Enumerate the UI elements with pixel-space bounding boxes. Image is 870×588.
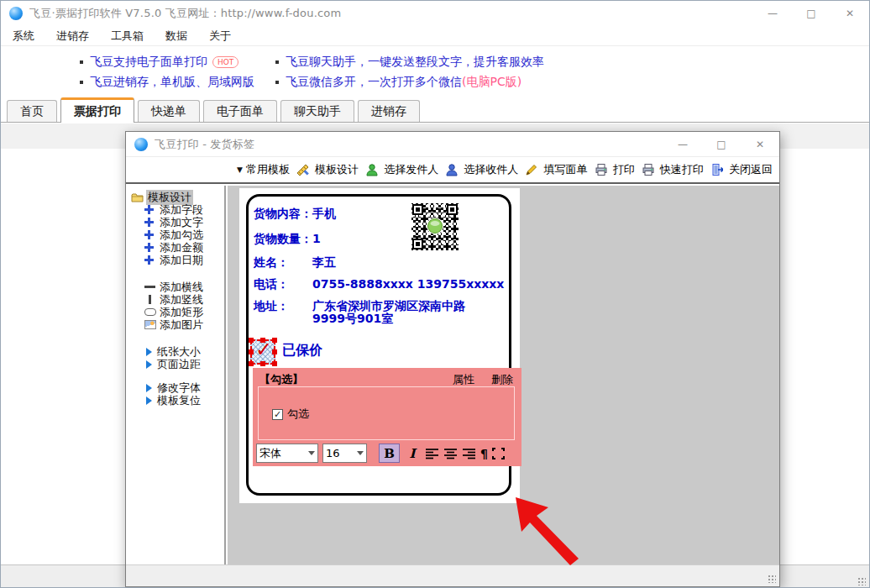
selection-handle[interactable]	[272, 338, 277, 343]
common-templates-button[interactable]: ▼ 常用模板	[237, 162, 290, 177]
align-right-button[interactable]	[462, 444, 476, 463]
minimize-button[interactable]: —	[753, 1, 792, 26]
field-phone[interactable]: 电话： 0755-8888xxxx 139755xxxxx	[254, 277, 504, 292]
field-goods-qty[interactable]: 货物数量： 1	[254, 232, 321, 247]
promo-link[interactable]: 飞豆进销存，单机版、局域网版	[80, 75, 254, 90]
menu-inventory[interactable]: 进销存	[56, 29, 89, 44]
sidebar-item-template-reset[interactable]: 模板复位	[131, 394, 224, 407]
field-name[interactable]: 姓名： 李五	[254, 255, 336, 270]
bullet-icon	[80, 60, 83, 64]
tab-inventory[interactable]: 进销存	[358, 100, 420, 122]
tab-home[interactable]: 首页	[7, 100, 57, 122]
dropdown-arrow-icon: ▼	[237, 165, 243, 174]
plus-icon	[144, 230, 154, 239]
fill-sheet-button[interactable]: 填写面单	[525, 162, 587, 177]
promo-link[interactable]: 飞豆支持电子面单打印 HOT	[80, 55, 238, 70]
printer-icon	[642, 163, 654, 176]
red-check-icon: ✓	[255, 338, 272, 361]
insured-label: 已保价	[282, 342, 322, 360]
dialog-close-button[interactable]: ✕	[741, 132, 779, 157]
tab-e-facesheet[interactable]: 电子面单	[203, 100, 277, 122]
tab-express-sheet[interactable]: 快递单	[138, 100, 200, 122]
maximize-button[interactable]: □	[792, 1, 831, 26]
triangle-icon	[146, 396, 152, 405]
shipping-label-dialog: 飞豆打印 - 发货标签 — □ ✕ ▼ 常用模板 模板设计	[125, 131, 780, 587]
sidebar-item-add-date[interactable]: 添加日期	[131, 254, 224, 266]
bullet-icon	[80, 81, 83, 84]
plus-icon	[144, 218, 154, 227]
image-icon	[144, 320, 156, 329]
selection-handle[interactable]	[249, 349, 254, 354]
font-family-select[interactable]: 宋体	[256, 444, 318, 463]
align-left-button[interactable]	[425, 444, 439, 463]
window-titlebar: 飞豆·票据打印软件 V7.5.0 飞豆网址：http://www.f-dou.c…	[1, 1, 869, 26]
bullet-icon	[275, 60, 279, 64]
plus-icon	[144, 255, 154, 265]
sidebar-item-add-image[interactable]: 添加图片	[131, 318, 224, 331]
main-window: 飞豆·票据打印软件 V7.5.0 飞豆网址：http://www.f-dou.c…	[0, 0, 870, 588]
plus-icon	[144, 205, 154, 214]
quick-print-button[interactable]: 快速打印	[642, 162, 704, 177]
resize-grip[interactable]	[857, 577, 866, 585]
promo-link[interactable]: 飞豆微信多开，一次打开多个微信 (电脑PC版)	[275, 75, 521, 90]
align-center-button[interactable]	[443, 444, 458, 463]
menu-data[interactable]: 数据	[165, 29, 187, 44]
red-arrow-annotation	[505, 488, 589, 572]
checkbox-icon[interactable]: ✓	[272, 409, 283, 420]
chevron-down-icon	[308, 451, 315, 455]
window-title: 飞豆·票据打印软件 V7.5.0 飞豆网址：http://www.f-dou.c…	[29, 6, 341, 21]
dialog-status-bar	[126, 564, 779, 586]
dialog-minimize-button[interactable]: —	[663, 132, 702, 157]
selection-handle[interactable]	[272, 361, 277, 366]
triangle-icon	[146, 360, 152, 369]
selection-handle[interactable]	[249, 361, 254, 366]
italic-button[interactable]: I	[404, 444, 421, 463]
template-design-button[interactable]: 模板设计	[296, 162, 359, 177]
chevron-down-icon	[357, 451, 364, 455]
field-goods-content[interactable]: 货物内容： 手机	[254, 207, 336, 222]
insured-checkbox[interactable]: ✓	[250, 339, 275, 365]
person-green-icon	[365, 163, 378, 176]
pencil-icon	[525, 163, 537, 176]
hot-badge: HOT	[212, 56, 238, 68]
selection-handle[interactable]	[272, 349, 277, 354]
print-button[interactable]: 打印	[595, 162, 635, 177]
select-sender-button[interactable]: 选择发件人	[365, 162, 438, 177]
menu-toolbox[interactable]: 工具箱	[111, 29, 144, 44]
tab-chat-assistant[interactable]: 聊天助手	[280, 100, 354, 122]
dialog-resize-grip[interactable]	[768, 575, 776, 583]
menu-about[interactable]: 关于	[209, 29, 231, 44]
bold-button[interactable]: B	[379, 444, 400, 463]
selection-frame-button[interactable]	[492, 444, 505, 463]
checkbox-preview[interactable]: ✓ 勾选	[272, 407, 309, 422]
close-return-button[interactable]: 关闭返回	[710, 162, 773, 177]
popup-preview-area: ✓ 勾选	[258, 386, 515, 440]
selection-handle[interactable]	[249, 338, 254, 343]
popup-header: 【勾选】 属性 删除	[259, 372, 513, 387]
window-controls: — □ ✕	[753, 1, 869, 26]
field-address[interactable]: 地址： 广东省深圳市罗湖区深南中路 9999号901室	[254, 299, 465, 314]
properties-button[interactable]: 属性	[453, 372, 474, 387]
delete-button[interactable]: 删除	[491, 372, 513, 387]
horizontal-line-icon	[144, 286, 155, 288]
person-blue-icon	[445, 163, 458, 176]
select-recipient-button[interactable]: 选择收件人	[445, 162, 518, 177]
close-button[interactable]: ✕	[831, 1, 869, 26]
folder-icon	[131, 192, 144, 202]
selection-handle[interactable]	[260, 361, 265, 366]
dialog-window-controls: — □ ✕	[663, 132, 779, 157]
app-logo-icon	[9, 7, 23, 20]
menu-system[interactable]: 系统	[13, 29, 34, 44]
triangle-icon	[146, 348, 152, 356]
promo-link[interactable]: 飞豆聊天助手，一键发送整段文字，提升客服效率	[275, 55, 544, 70]
dialog-toolbar: ▼ 常用模板 模板设计 选择发件人 选择收件人	[126, 157, 779, 184]
dialog-maximize-button[interactable]: □	[702, 132, 741, 157]
printer-icon	[595, 163, 607, 176]
font-size-select[interactable]: 16	[322, 444, 367, 463]
bullet-icon	[275, 81, 279, 84]
popup-title: 【勾选】	[259, 372, 303, 387]
qr-code	[411, 202, 459, 251]
paragraph-button[interactable]: ¶	[480, 444, 488, 463]
tab-receipt-print[interactable]: 票据打印	[60, 97, 134, 123]
sidebar-item-page-margin[interactable]: 页面边距	[131, 358, 224, 370]
